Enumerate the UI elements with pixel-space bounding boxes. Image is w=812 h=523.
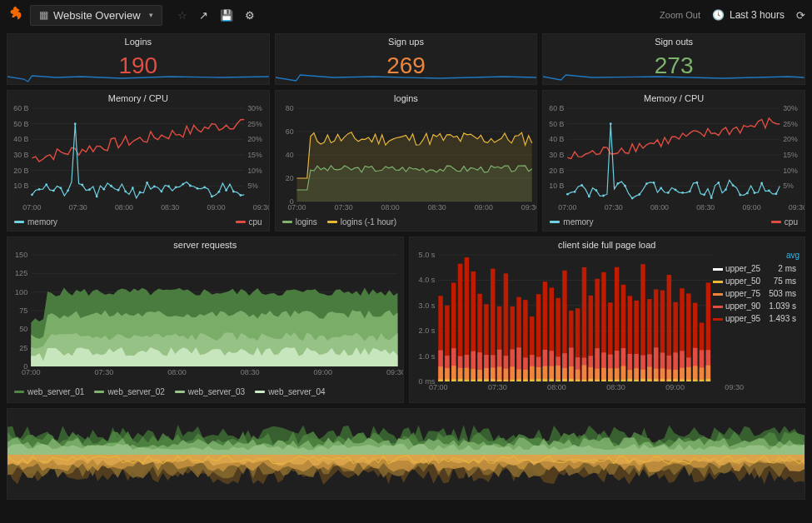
svg-point-53 bbox=[240, 194, 242, 197]
svg-text:30%: 30% bbox=[783, 104, 798, 112]
svg-point-38 bbox=[132, 187, 134, 189]
svg-rect-254 bbox=[555, 366, 560, 381]
svg-point-47 bbox=[197, 187, 199, 190]
svg-point-113 bbox=[703, 193, 705, 196]
svg-text:100: 100 bbox=[15, 288, 27, 296]
panel-title: server requests bbox=[7, 237, 403, 250]
svg-rect-255 bbox=[555, 380, 560, 381]
time-picker[interactable]: 🕓 Last 3 hours bbox=[712, 9, 785, 21]
svg-rect-315 bbox=[634, 380, 638, 381]
svg-rect-359 bbox=[692, 366, 696, 381]
svg-text:25: 25 bbox=[19, 344, 27, 352]
svg-text:20 B: 20 B bbox=[13, 167, 28, 175]
svg-rect-175 bbox=[451, 379, 455, 381]
svg-text:5.0 s: 5.0 s bbox=[418, 251, 435, 259]
svg-point-112 bbox=[696, 182, 699, 184]
zoom-out-button[interactable]: Zoom Out bbox=[660, 10, 700, 20]
svg-rect-295 bbox=[608, 380, 612, 381]
svg-text:08:30: 08:30 bbox=[241, 368, 260, 376]
panel-server-requests[interactable]: server requests 025507510012515007:0007:… bbox=[7, 237, 404, 403]
svg-text:07:00: 07:00 bbox=[428, 383, 447, 391]
svg-point-106 bbox=[653, 182, 655, 184]
svg-text:08:00: 08:00 bbox=[381, 203, 399, 212]
svg-text:20%: 20% bbox=[783, 135, 798, 143]
svg-text:2.0 s: 2.0 s bbox=[418, 326, 435, 335]
row-graphs-top: Memory / CPU 10 B5%20 B10%30 B15%40 B20%… bbox=[7, 90, 805, 232]
svg-rect-219 bbox=[510, 366, 514, 381]
svg-point-98 bbox=[595, 189, 598, 192]
svg-rect-184 bbox=[464, 368, 468, 381]
svg-rect-234 bbox=[530, 366, 534, 381]
svg-point-28 bbox=[60, 187, 62, 189]
svg-point-32 bbox=[88, 188, 91, 191]
svg-text:4.0 s: 4.0 s bbox=[418, 276, 435, 284]
svg-text:07:30: 07:30 bbox=[69, 203, 87, 212]
panel-memory-cpu-1[interactable]: Memory / CPU 10 B5%20 B10%30 B15%40 B20%… bbox=[7, 90, 270, 232]
svg-rect-220 bbox=[510, 380, 514, 381]
svg-rect-290 bbox=[601, 380, 605, 381]
svg-point-49 bbox=[211, 196, 213, 198]
svg-text:25%: 25% bbox=[783, 120, 798, 128]
svg-text:60 B: 60 B bbox=[550, 104, 565, 112]
refresh-icon[interactable]: ⟳ bbox=[796, 9, 805, 22]
svg-rect-260 bbox=[562, 379, 566, 381]
share-icon[interactable]: ↗ bbox=[199, 9, 208, 22]
svg-rect-300 bbox=[614, 380, 618, 381]
svg-text:09:30: 09:30 bbox=[789, 203, 805, 212]
svg-point-99 bbox=[603, 195, 605, 197]
svg-point-120 bbox=[754, 192, 756, 194]
svg-text:40 B: 40 B bbox=[550, 135, 565, 143]
svg-rect-225 bbox=[516, 379, 521, 381]
svg-point-96 bbox=[581, 184, 584, 187]
svg-text:08:00: 08:00 bbox=[167, 368, 187, 376]
panel-memory-cpu-2[interactable]: Memory / CPU 10 B5%20 B10%30 B15%40 B20%… bbox=[542, 90, 805, 232]
dashboard-picker[interactable]: ▦ Website Overview ▾ bbox=[30, 5, 162, 26]
svg-text:1.0 s: 1.0 s bbox=[418, 352, 435, 361]
svg-rect-170 bbox=[445, 379, 449, 381]
star-icon[interactable]: ☆ bbox=[177, 9, 187, 22]
side-legend: avg upper_252 msupper_5075 msupper_75503… bbox=[708, 251, 801, 326]
svg-text:07:00: 07:00 bbox=[287, 203, 306, 212]
chevron-down-icon: ▾ bbox=[149, 11, 153, 19]
svg-point-102 bbox=[624, 185, 626, 187]
grafana-logo[interactable] bbox=[7, 5, 25, 26]
svg-rect-355 bbox=[686, 380, 690, 381]
panel-page-load[interactable]: client side full page load 0 ms1.0 s2.0 … bbox=[409, 237, 806, 403]
svg-text:09:30: 09:30 bbox=[386, 368, 402, 376]
panel-title: client side full page load bbox=[410, 237, 805, 250]
svg-point-118 bbox=[740, 194, 742, 197]
svg-rect-360 bbox=[692, 379, 696, 381]
panel-signouts[interactable]: Sign outs 273 bbox=[542, 33, 805, 85]
panel-title: logins bbox=[276, 91, 537, 103]
panel-logins[interactable]: Logins 190 bbox=[7, 33, 270, 85]
svg-point-119 bbox=[746, 192, 749, 195]
svg-text:08:00: 08:00 bbox=[115, 203, 133, 212]
svg-rect-320 bbox=[640, 379, 645, 381]
svg-rect-294 bbox=[608, 368, 612, 381]
svg-text:09:00: 09:00 bbox=[665, 383, 685, 391]
svg-point-114 bbox=[710, 197, 713, 199]
legend: memory cpu bbox=[543, 216, 805, 229]
svg-point-40 bbox=[146, 182, 148, 184]
panel-overview-strip[interactable] bbox=[7, 408, 805, 500]
svg-point-95 bbox=[574, 191, 576, 193]
svg-rect-195 bbox=[477, 379, 481, 381]
panel-signups[interactable]: Sign ups 269 bbox=[275, 33, 538, 85]
svg-point-115 bbox=[718, 182, 720, 184]
svg-rect-164 bbox=[438, 366, 442, 381]
svg-rect-310 bbox=[627, 379, 631, 381]
svg-point-110 bbox=[682, 192, 685, 194]
svg-rect-190 bbox=[471, 380, 475, 381]
save-icon[interactable]: 💾 bbox=[220, 9, 233, 22]
svg-text:09:30: 09:30 bbox=[521, 203, 536, 212]
clock-icon: 🕓 bbox=[712, 9, 725, 21]
svg-rect-325 bbox=[647, 379, 651, 381]
svg-text:08:00: 08:00 bbox=[650, 203, 669, 212]
svg-rect-330 bbox=[653, 379, 657, 381]
svg-rect-180 bbox=[457, 379, 461, 381]
gear-icon[interactable]: ⚙ bbox=[245, 9, 255, 22]
panel-logins-graph[interactable]: logins 02040608007:0007:3008:0008:3009:0… bbox=[275, 90, 538, 232]
svg-text:50: 50 bbox=[19, 325, 27, 333]
svg-rect-275 bbox=[581, 380, 585, 381]
svg-rect-289 bbox=[601, 368, 605, 381]
